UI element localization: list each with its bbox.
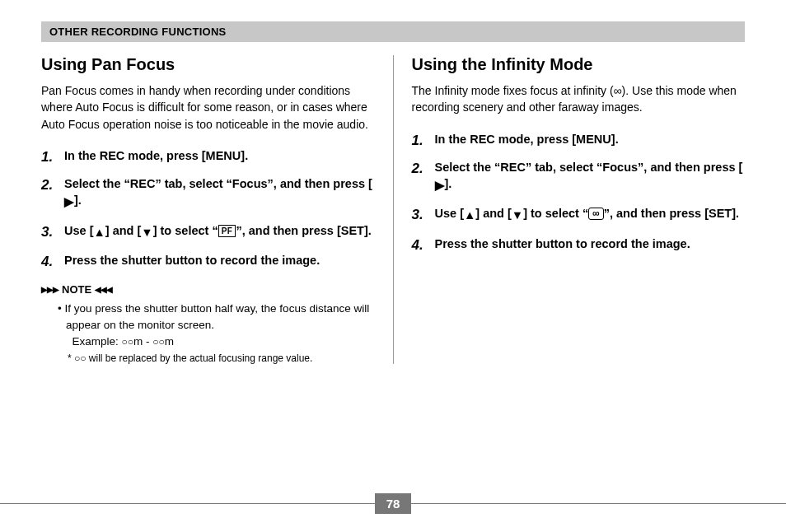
down-arrow-icon: ▼	[141, 224, 152, 240]
page-number: 78	[375, 493, 412, 514]
left-step-3: Use [▲] and [▼] to select “PF”, and then…	[41, 222, 375, 240]
manual-page: OTHER RECORDING FUNCTIONS Using Pan Focu…	[0, 0, 786, 532]
step-text: ] and [	[475, 207, 512, 220]
section-header: OTHER RECORDING FUNCTIONS	[41, 21, 745, 42]
placeholder-icon: ○○	[122, 336, 134, 348]
step-text: ] to select “	[153, 224, 218, 237]
up-arrow-icon: ▲	[464, 207, 475, 223]
note-text: Example:	[73, 335, 122, 348]
left-title: Using Pan Focus	[41, 55, 375, 74]
note-text: m	[165, 335, 174, 348]
right-step-4: Press the shutter button to record the i…	[412, 236, 746, 252]
step-text: ] to select “	[523, 207, 588, 220]
step-text: Use [	[435, 207, 464, 220]
step-text: ”, and then press [SET].	[236, 224, 371, 237]
note-deco-left-icon: ▶▶▶	[41, 285, 58, 294]
right-step-3: Use [▲] and [▼] to select “∞”, and then …	[412, 205, 746, 223]
page-number-bar: 78	[0, 493, 786, 514]
pf-icon: PF	[218, 225, 236, 237]
left-intro: Pan Focus comes in handy when recording …	[41, 82, 375, 133]
left-step-4: Press the shutter button to record the i…	[41, 252, 375, 268]
down-arrow-icon: ▼	[512, 207, 523, 223]
infinity-icon: ∞	[614, 84, 622, 97]
note-body: • If you press the shutter button half w…	[41, 301, 375, 349]
left-steps: In the REC mode, press [MENU]. Select th…	[41, 147, 375, 268]
infinity-box-icon: ∞	[588, 208, 604, 220]
left-step-2: Select the “REC” tab, select “Focus”, an…	[41, 175, 375, 211]
right-title: Using the Infinity Mode	[412, 55, 746, 74]
right-arrow-icon: ▶	[435, 177, 445, 194]
right-column: Using the Infinity Mode The Infinity mod…	[394, 55, 746, 364]
note-label: NOTE	[62, 283, 91, 296]
right-step-1: In the REC mode, press [MENU].	[412, 131, 746, 147]
step-text: ] and [	[105, 224, 142, 237]
right-arrow-icon: ▶	[64, 194, 74, 210]
step-text: ].	[74, 194, 82, 207]
note-footnote: * ○○ will be replaced by the actual focu…	[41, 352, 375, 364]
up-arrow-icon: ▲	[93, 224, 105, 240]
step-text: Select the “REC” tab, select “Focus”, an…	[64, 177, 372, 190]
placeholder-icon: ○○	[152, 336, 165, 348]
note-text: m -	[133, 335, 152, 348]
note-header: ▶▶▶ NOTE ◀◀◀	[41, 283, 375, 296]
page-rule-left	[0, 503, 375, 504]
intro-text: The Infinity mode fixes focus at infinit…	[412, 84, 614, 97]
left-column: Using Pan Focus Pan Focus comes in handy…	[41, 55, 394, 364]
step-text: Select the “REC” tab, select “Focus”, an…	[435, 161, 743, 174]
step-text: ”, and then press [SET].	[604, 207, 739, 220]
left-step-1: In the REC mode, press [MENU].	[41, 147, 375, 164]
note-text: • If you press the shutter button half w…	[58, 302, 369, 331]
right-step-2: Select the “REC” tab, select “Focus”, an…	[412, 159, 746, 194]
content-columns: Using Pan Focus Pan Focus comes in handy…	[41, 55, 745, 364]
page-rule-right	[411, 503, 786, 504]
step-text: Use [	[64, 224, 93, 237]
right-intro: The Infinity mode fixes focus at infinit…	[412, 82, 746, 116]
right-steps: In the REC mode, press [MENU]. Select th…	[412, 131, 746, 252]
note-deco-right-icon: ◀◀◀	[95, 285, 112, 294]
step-text: ].	[445, 177, 452, 190]
